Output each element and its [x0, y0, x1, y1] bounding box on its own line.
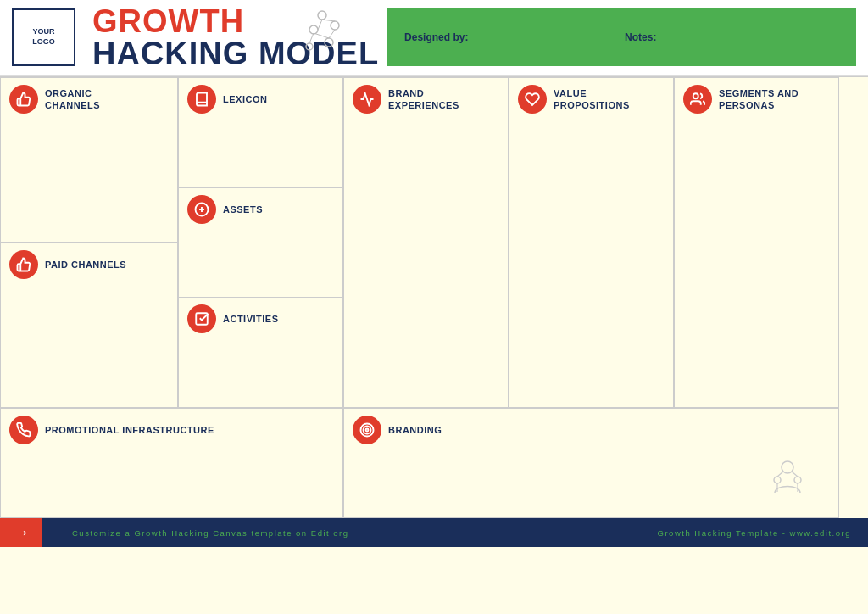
- svg-point-19: [782, 461, 793, 473]
- paid-channels-header: PAID CHANNELS: [9, 250, 169, 279]
- deco-circles: [288, 0, 356, 68]
- paid-icon: [9, 250, 38, 279]
- svg-point-3: [325, 38, 333, 47]
- activities-header: ACTIVITIES: [187, 304, 334, 333]
- assets-header: ASSETS: [187, 195, 334, 224]
- branding-icon: [353, 416, 381, 444]
- svg-point-20: [774, 477, 781, 483]
- segments-personas-title: SEGMENTS ANDPERSONAS: [719, 87, 798, 112]
- lexicon-header: LEXICON: [187, 85, 334, 114]
- organic-channels-title: ORGANICCHANNELS: [45, 87, 100, 112]
- branding-header: BRANDING: [353, 416, 830, 444]
- svg-point-1: [331, 21, 339, 30]
- footer-right-text: Growth Hacking Template - www.edit.org: [658, 528, 851, 538]
- value-propositions-title: VALUEPROPOSITIONS: [554, 87, 630, 112]
- cell-lexicon: LEXICON: [179, 78, 342, 188]
- footer-left-text: Customize a Growth Hacking Canvas templa…: [72, 528, 349, 538]
- footer-arrow: →: [0, 518, 42, 547]
- cell-lexicon-group: LEXICON ASSETS ACTIVITIES: [178, 77, 343, 408]
- svg-rect-13: [196, 314, 208, 326]
- brand-experiences-header: BRANDEXPERIENCES: [353, 85, 499, 114]
- activities-icon: [187, 304, 216, 333]
- svg-line-22: [777, 472, 783, 477]
- cell-activities: ACTIVITIES: [179, 298, 342, 407]
- svg-point-14: [693, 93, 698, 98]
- paid-channels-title: PAID CHANNELS: [45, 259, 126, 271]
- footer: → Customize a Growth Hacking Canvas temp…: [0, 518, 868, 547]
- svg-line-7: [329, 30, 335, 38]
- cell-promotional-infrastructure: PROMOTIONAL INFRASTRUCTURE: [0, 408, 343, 518]
- logo-your: YOUR: [32, 27, 54, 37]
- cell-value-propositions: VALUEPROPOSITIONS: [509, 77, 674, 408]
- organic-channels-header: ORGANICCHANNELS: [9, 85, 169, 114]
- svg-line-8: [314, 33, 329, 38]
- lexicon-title: LEXICON: [223, 93, 267, 105]
- svg-line-23: [792, 472, 798, 477]
- assets-title: ASSETS: [223, 204, 263, 215]
- header: YOUR LOGO GROWTH HACKING MODEL Designed …: [0, 0, 868, 76]
- promo-icon: [9, 416, 38, 444]
- logo-logo: LOGO: [32, 37, 55, 47]
- person-icon: [762, 455, 813, 505]
- promotional-infrastructure-header: PROMOTIONAL INFRASTRUCTURE: [9, 416, 334, 444]
- value-propositions-header: VALUEPROPOSITIONS: [518, 85, 665, 114]
- segments-personas-header: SEGMENTS ANDPERSONAS: [683, 85, 830, 114]
- svg-point-21: [794, 477, 801, 483]
- designed-by-bar: Designed by: Notes:: [387, 8, 856, 66]
- svg-line-9: [309, 33, 314, 43]
- svg-point-0: [318, 11, 326, 20]
- lexicon-icon: [187, 85, 216, 114]
- value-icon: [518, 85, 547, 114]
- organic-icon: [9, 85, 38, 114]
- arrow-icon: →: [12, 522, 31, 544]
- promotional-infrastructure-title: PROMOTIONAL INFRASTRUCTURE: [45, 424, 214, 436]
- branding-title: BRANDING: [388, 424, 442, 436]
- notes-label: Notes:: [625, 31, 656, 43]
- cell-branding: BRANDING: [343, 408, 839, 518]
- svg-point-18: [366, 429, 369, 432]
- svg-line-6: [318, 20, 322, 30]
- svg-point-4: [306, 43, 313, 50]
- cell-assets: ASSETS: [179, 188, 342, 299]
- person-deco: [762, 455, 813, 509]
- cell-segments-personas: SEGMENTS ANDPERSONAS: [674, 77, 839, 408]
- main-grid: ORGANICCHANNELS LEXICON ASSETS: [0, 76, 868, 518]
- logo-box: YOUR LOGO: [12, 8, 75, 66]
- brand-icon: [353, 85, 381, 114]
- brand-experiences-title: BRANDEXPERIENCES: [388, 87, 459, 112]
- svg-line-5: [322, 20, 335, 21]
- assets-icon: [187, 195, 216, 224]
- cell-organic-channels: ORGANICCHANNELS: [0, 77, 178, 243]
- segments-icon: [683, 85, 712, 114]
- designed-by-label: Designed by:: [404, 31, 625, 43]
- cell-brand-experiences: BRANDEXPERIENCES: [343, 77, 509, 408]
- cell-paid-channels: PAID CHANNELS: [0, 243, 178, 408]
- svg-point-17: [364, 427, 371, 434]
- svg-point-2: [309, 25, 318, 34]
- activities-title: ACTIVITIES: [223, 313, 279, 325]
